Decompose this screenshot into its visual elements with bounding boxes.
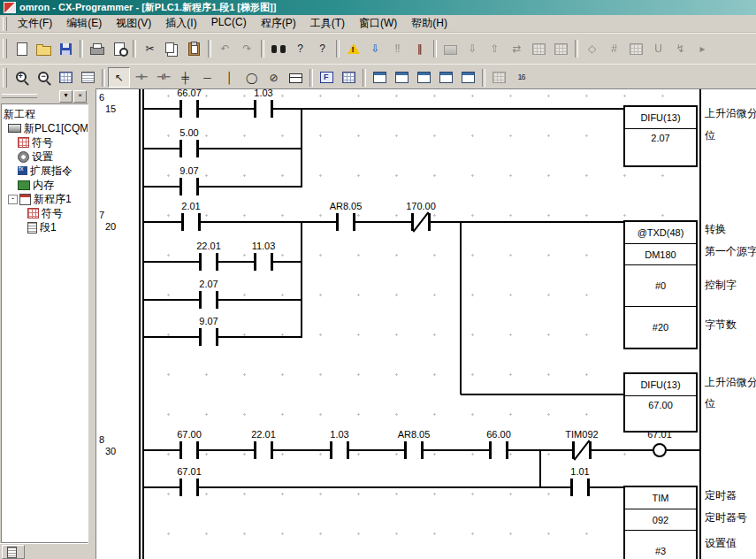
work-online-button[interactable]: [439, 39, 462, 59]
instruction-operand[interactable]: 092: [625, 509, 696, 530]
menu-program[interactable]: 程序(P): [254, 14, 303, 33]
new-instruction-button[interactable]: [285, 67, 307, 88]
io-comment-button[interactable]: U: [647, 39, 669, 59]
context-help-button[interactable]: ?: [311, 39, 333, 59]
contact-170-00[interactable]: [411, 213, 431, 231]
contact-9-07[interactable]: [179, 178, 199, 195]
contact-ar8-05[interactable]: [404, 441, 424, 459]
new-contact-button[interactable]: ⊣⊢: [130, 67, 152, 88]
contact-9-07[interactable]: [199, 328, 218, 346]
grid-toggle-button[interactable]: [55, 67, 77, 88]
monitor-window-button[interactable]: [528, 39, 550, 59]
compare-with-plc-button[interactable]: ⇄: [506, 39, 528, 59]
new-or-contact-button[interactable]: ╪: [174, 67, 196, 88]
menu-edit[interactable]: 编辑(E): [59, 14, 109, 33]
toolbar-grip[interactable]: [3, 68, 7, 88]
cross-reference-button[interactable]: [625, 39, 647, 59]
global-symbols-node[interactable]: 符号: [2, 135, 88, 149]
program1-symbols-node[interactable]: 符号: [2, 206, 88, 220]
tree-expander-icon[interactable]: -: [8, 195, 18, 204]
contact-1-03[interactable]: [254, 100, 273, 118]
zoom-out-button[interactable]: [33, 67, 55, 88]
watch-window-button[interactable]: [550, 39, 572, 59]
print-button[interactable]: [86, 39, 108, 59]
menu-window[interactable]: 窗口(W): [352, 14, 404, 33]
toolbar-grip[interactable]: [3, 39, 7, 58]
settings-node[interactable]: 设置: [2, 149, 88, 164]
contact-66-00[interactable]: [489, 441, 508, 459]
paste-button[interactable]: [183, 39, 205, 59]
tim-instruction-box[interactable]: TIM092#3: [623, 486, 698, 559]
difu-instruction-box-1[interactable]: DIFU(13)2.07: [623, 105, 698, 167]
contact-1-01[interactable]: [570, 479, 590, 496]
compile-button[interactable]: ⇩: [364, 39, 386, 59]
ladder-view-button[interactable]: [391, 67, 413, 88]
online-monitor-button[interactable]: ‼: [386, 39, 409, 59]
project-tab[interactable]: [2, 545, 25, 559]
symbol-table-button[interactable]: [338, 67, 360, 88]
instruction-operand[interactable]: DIFU(13): [625, 374, 696, 395]
contact-tim092[interactable]: [572, 441, 592, 459]
contact-11-03[interactable]: [254, 253, 273, 271]
panel-splitter[interactable]: [88, 88, 95, 559]
instruction-operand[interactable]: #3: [625, 530, 696, 559]
menu-insert[interactable]: 插入(I): [158, 14, 203, 33]
instruction-operand[interactable]: #0: [625, 264, 696, 306]
undo-button[interactable]: ↶: [214, 39, 236, 59]
run-mode-button[interactable]: ▸: [691, 39, 714, 59]
output-window-button[interactable]: [457, 67, 479, 88]
panel-drag-grip[interactable]: [2, 94, 37, 98]
panel-menu-button[interactable]: ▾: [59, 90, 73, 103]
ladder-diagram-editor[interactable]: DIFU(13)2.07@TXD(48)DM180#0#20DIFU(13)67…: [95, 88, 756, 559]
coil-67-01[interactable]: [653, 443, 667, 457]
contact-67-00[interactable]: [179, 441, 199, 459]
print-preview-button[interactable]: [108, 39, 130, 59]
contact-2-07[interactable]: [199, 291, 218, 309]
menu-help[interactable]: 帮助(H): [404, 14, 454, 33]
upload-from-plc-button[interactable]: ⇧: [484, 39, 506, 59]
menu-file[interactable]: 文件(F): [11, 14, 59, 33]
binary-16-button[interactable]: 16: [510, 67, 532, 88]
memory-node[interactable]: 内存: [2, 178, 88, 192]
new-closed-coil-button[interactable]: ⊘: [263, 67, 285, 88]
save-button[interactable]: [55, 39, 77, 59]
new-coil-button[interactable]: ◯: [241, 67, 263, 88]
program1-node[interactable]: -新程序1: [2, 192, 88, 206]
help-button[interactable]: ?: [289, 39, 311, 59]
new-horizontal-button[interactable]: ─: [196, 67, 218, 88]
menu-view[interactable]: 视图(V): [109, 14, 158, 33]
new-vertical-button[interactable]: │: [218, 67, 241, 88]
download-to-plc-button[interactable]: ⇩: [462, 39, 484, 59]
watch-button[interactable]: [488, 67, 510, 88]
cut-button[interactable]: ✂: [139, 39, 161, 59]
contact-5-00[interactable]: [179, 140, 199, 157]
contact-66-07[interactable]: [179, 100, 199, 118]
contact-22-01[interactable]: [199, 253, 218, 271]
contact-22-01[interactable]: [254, 441, 273, 459]
online-edit-button[interactable]: ◇: [581, 39, 603, 59]
plc-node[interactable]: 新PLC1[CQM1]: [2, 121, 88, 135]
open-button[interactable]: [33, 39, 55, 59]
project-root-node[interactable]: 新工程: [2, 107, 88, 121]
function-block-button[interactable]: [316, 67, 338, 88]
new-file-button[interactable]: [11, 39, 33, 59]
force-set-button[interactable]: ↯: [669, 39, 691, 59]
section-view-button[interactable]: [413, 67, 435, 88]
select-tool-button[interactable]: ↖: [108, 67, 130, 88]
instruction-operand[interactable]: DM180: [625, 243, 696, 264]
pause-button[interactable]: ∥: [409, 39, 431, 59]
contact-ar8-05[interactable]: [336, 213, 355, 231]
instruction-operand[interactable]: DIFU(13): [625, 107, 696, 128]
instruction-operand[interactable]: @TXD(48): [625, 222, 696, 243]
contact-2-01[interactable]: [181, 213, 201, 231]
mnemonic-view-button[interactable]: [369, 67, 391, 88]
copy-button[interactable]: [161, 39, 183, 59]
section1-node[interactable]: 段1: [2, 220, 88, 234]
redo-button[interactable]: ↷: [236, 39, 258, 59]
instruction-operand[interactable]: #20: [625, 306, 696, 348]
txd-instruction-box[interactable]: @TXD(48)DM180#0#20: [623, 220, 698, 349]
instruction-operand[interactable]: 67.00: [625, 395, 696, 431]
expansion-instructions-node[interactable]: 扩展指令: [2, 164, 88, 178]
contact-1-03[interactable]: [330, 441, 349, 459]
difu-instruction-box-2[interactable]: DIFU(13)67.00: [623, 372, 698, 433]
